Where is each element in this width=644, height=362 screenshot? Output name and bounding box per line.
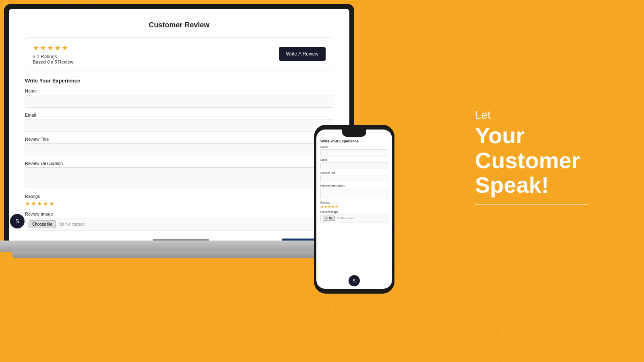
name-label: Name — [25, 88, 333, 93]
rating-star-5[interactable]: ★ — [49, 200, 54, 207]
name-input[interactable] — [25, 95, 333, 108]
rating-star-4[interactable]: ★ — [43, 200, 48, 207]
email-input[interactable] — [25, 119, 333, 132]
phone-ratings-label: Ratings — [320, 201, 388, 204]
rating-star-2[interactable]: ★ — [31, 200, 36, 207]
let-text: Let — [475, 109, 604, 121]
phone-screen-content: Write Your Experience Name Email Review … — [320, 139, 388, 285]
phone-shopify-badge: S — [349, 275, 360, 286]
page-title: Customer Review — [25, 21, 333, 29]
phone-section-title: Write Your Experience — [320, 139, 388, 143]
phone-choose-file-button[interactable]: se file — [323, 216, 335, 221]
phone-review-desc-input[interactable] — [320, 188, 388, 199]
phone-review-title-input[interactable] — [320, 175, 388, 182]
phone-review-desc-label: Review Description — [320, 184, 388, 187]
no-file-label: No file chosen — [59, 222, 85, 226]
ratings-stars[interactable]: ★ ★ ★ ★ ★ — [25, 200, 333, 207]
phone-star-3[interactable]: ★ — [328, 205, 331, 209]
laptop-bottom — [12, 251, 346, 258]
screen-content: Customer Review ★ ★ ★ ★ ★ 5.0 Ratings Ba… — [9, 9, 349, 241]
right-text-section: Let Your Customer Speak! — [475, 109, 604, 205]
form-section: Write Your Experience Name Email Review … — [25, 78, 333, 230]
star-2: ★ — [40, 43, 46, 52]
ratings-label: Ratings — [25, 194, 333, 199]
laptop-mockup: Customer Review ★ ★ ★ ★ ★ 5.0 Ratings Ba… — [0, 0, 362, 314]
email-group: Email — [25, 113, 333, 132]
phone-name-label: Name — [320, 146, 388, 148]
phone-star-4[interactable]: ★ — [331, 205, 334, 209]
phone-mockup: Write Your Experience Name Email Review … — [314, 125, 394, 294]
stars-row: ★ ★ ★ ★ ★ — [33, 43, 74, 52]
headline-line1: Your — [475, 123, 524, 148]
rating-info: ★ ★ ★ ★ ★ 5.0 Ratings Based On 5 Review — [33, 43, 74, 64]
rating-sub: Based On 5 Review — [33, 60, 74, 64]
name-group: Name — [25, 88, 333, 108]
review-desc-group: Review Description — [25, 161, 333, 189]
laptop-bezel: Customer Review ★ ★ ★ ★ ★ 5.0 Ratings Ba… — [4, 4, 354, 241]
choose-file-button[interactable]: Choose file — [29, 220, 56, 228]
phone-email-input[interactable] — [320, 162, 388, 169]
phone-review-image-label: Review Image — [320, 210, 388, 213]
phone-email-label: Email — [320, 158, 388, 161]
phone-star-1[interactable]: ★ — [320, 205, 324, 209]
laptop-base — [0, 241, 358, 252]
divider-line — [475, 204, 588, 205]
phone-review-title-label: Review Title — [320, 171, 388, 174]
phone-shopify-icon: S — [353, 278, 355, 283]
form-section-title: Write Your Experience — [25, 78, 333, 84]
review-title-input[interactable] — [25, 143, 333, 156]
rating-star-1[interactable]: ★ — [25, 200, 30, 207]
rating-text: 5.0 Ratings — [33, 54, 74, 60]
star-4: ★ — [54, 43, 61, 52]
star-5: ★ — [62, 43, 68, 52]
phone-name-input[interactable] — [320, 149, 388, 156]
phone-stars[interactable]: ★ ★ ★ ★ ★ — [320, 205, 388, 209]
headline-line2: Customer — [475, 148, 580, 173]
phone-notch — [342, 130, 366, 137]
laptop-screen: Customer Review ★ ★ ★ ★ ★ 5.0 Ratings Ba… — [9, 9, 349, 241]
phone-star-5[interactable]: ★ — [335, 205, 338, 209]
rating-star-3[interactable]: ★ — [37, 200, 42, 207]
star-1: ★ — [33, 43, 39, 52]
phone-star-2[interactable]: ★ — [324, 205, 327, 209]
email-label: Email — [25, 113, 333, 117]
shopify-icon: S — [15, 218, 19, 224]
review-desc-input[interactable] — [25, 167, 333, 187]
phone-no-file-label: No file chosen — [336, 217, 354, 220]
write-review-button[interactable]: Write A Review — [279, 47, 326, 61]
phone-file-row: se file No file chosen — [320, 214, 388, 222]
ratings-group: Ratings ★ ★ ★ ★ ★ — [25, 194, 333, 207]
file-input-row: Choose file No file chosen — [25, 218, 333, 230]
headline-text: Your Customer Speak! — [475, 123, 604, 197]
review-image-group: Review Image Choose file No file chosen — [25, 212, 333, 230]
phone-screen: Write Your Experience Name Email Review … — [316, 130, 392, 289]
review-title-label: Review Title — [25, 137, 333, 142]
phone-bezel: Write Your Experience Name Email Review … — [314, 125, 394, 294]
review-image-label: Review Image — [25, 212, 333, 216]
headline-line3: Speak! — [475, 172, 549, 197]
review-desc-label: Review Description — [25, 161, 333, 166]
rating-card: ★ ★ ★ ★ ★ 5.0 Ratings Based On 5 Review … — [25, 37, 333, 70]
shopify-badge: S — [10, 214, 25, 228]
star-3: ★ — [47, 43, 54, 52]
review-title-group: Review Title — [25, 137, 333, 156]
